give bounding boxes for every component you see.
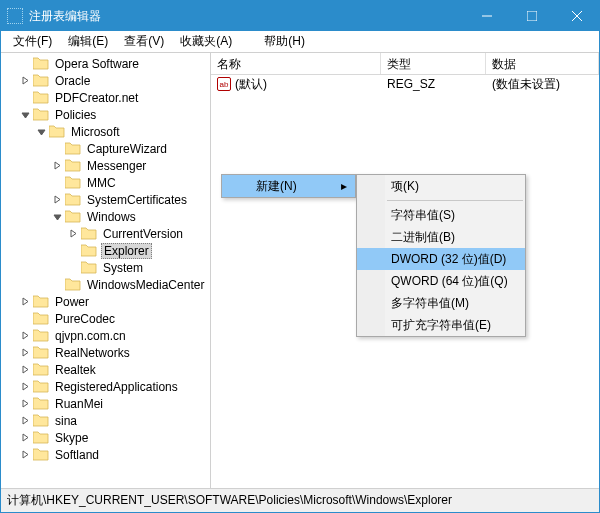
ctx-item[interactable]: 项(K) bbox=[357, 175, 525, 197]
folder-icon bbox=[33, 74, 49, 87]
expand-icon[interactable] bbox=[17, 399, 33, 408]
tree-label: Messenger bbox=[85, 159, 148, 173]
folder-icon bbox=[65, 159, 81, 172]
titlebar[interactable]: 注册表编辑器 bbox=[1, 1, 599, 31]
tree-label: Opera Software bbox=[53, 57, 141, 71]
tree-label: PDFCreator.net bbox=[53, 91, 140, 105]
tree-label: RegisteredApplications bbox=[53, 380, 180, 394]
tree-node[interactable]: Policies bbox=[1, 106, 210, 123]
ctx-item[interactable]: 可扩充字符串值(E) bbox=[357, 314, 525, 336]
tree-label: Policies bbox=[53, 108, 98, 122]
tree-node[interactable]: CaptureWizard bbox=[1, 140, 210, 157]
tree-label: Windows bbox=[85, 210, 138, 224]
tree-node[interactable]: Messenger bbox=[1, 157, 210, 174]
tree-node[interactable]: Softland bbox=[1, 446, 210, 463]
folder-icon bbox=[65, 278, 81, 291]
folder-icon bbox=[65, 176, 81, 189]
folder-icon bbox=[33, 363, 49, 376]
menubar: 文件(F) 编辑(E) 查看(V) 收藏夹(A) 帮助(H) bbox=[1, 31, 599, 53]
tree-node[interactable]: MMC bbox=[1, 174, 210, 191]
close-button[interactable] bbox=[554, 1, 599, 31]
tree-node[interactable]: Opera Software bbox=[1, 55, 210, 72]
tree-node[interactable]: PureCodec bbox=[1, 310, 210, 327]
folder-icon bbox=[33, 380, 49, 393]
ctx-item[interactable]: 字符串值(S) bbox=[357, 204, 525, 226]
folder-icon bbox=[81, 244, 97, 257]
expand-icon[interactable] bbox=[17, 365, 33, 374]
status-path: 计算机\HKEY_CURRENT_USER\SOFTWARE\Policies\… bbox=[7, 492, 452, 509]
tree-node[interactable]: PDFCreator.net bbox=[1, 89, 210, 106]
folder-icon bbox=[65, 210, 81, 223]
ctx-new[interactable]: 新建(N) ▸ bbox=[222, 175, 355, 197]
expand-icon[interactable] bbox=[17, 433, 33, 442]
folder-icon bbox=[33, 108, 49, 121]
expand-icon[interactable] bbox=[17, 76, 33, 85]
expand-icon[interactable] bbox=[17, 348, 33, 357]
expand-icon[interactable] bbox=[17, 331, 33, 340]
column-headers: 名称 类型 数据 bbox=[211, 53, 599, 75]
expand-icon[interactable] bbox=[33, 127, 49, 136]
tree-node[interactable]: Oracle bbox=[1, 72, 210, 89]
menu-file[interactable]: 文件(F) bbox=[5, 31, 60, 52]
expand-icon[interactable] bbox=[17, 297, 33, 306]
folder-icon bbox=[33, 414, 49, 427]
folder-icon bbox=[33, 57, 49, 70]
col-type[interactable]: 类型 bbox=[381, 53, 486, 74]
expand-icon[interactable] bbox=[65, 229, 81, 238]
ctx-item[interactable]: 二进制值(B) bbox=[357, 226, 525, 248]
tree-label: Realtek bbox=[53, 363, 98, 377]
tree-label: Skype bbox=[53, 431, 90, 445]
tree-node[interactable]: System bbox=[1, 259, 210, 276]
tree-node[interactable]: sina bbox=[1, 412, 210, 429]
expand-icon[interactable] bbox=[49, 212, 65, 221]
value-row[interactable]: ab (默认) REG_SZ (数值未设置) bbox=[211, 75, 599, 93]
tree-label: Oracle bbox=[53, 74, 92, 88]
folder-icon bbox=[33, 312, 49, 325]
ctx-item[interactable]: QWORD (64 位)值(Q) bbox=[357, 270, 525, 292]
folder-icon bbox=[33, 329, 49, 342]
tree-node[interactable]: Realtek bbox=[1, 361, 210, 378]
context-menu-primary: 新建(N) ▸ bbox=[221, 174, 356, 198]
menu-favorites[interactable]: 收藏夹(A) bbox=[172, 31, 240, 52]
tree-node[interactable]: Skype bbox=[1, 429, 210, 446]
folder-icon bbox=[33, 431, 49, 444]
app-icon bbox=[7, 8, 23, 24]
tree-node[interactable]: RuanMei bbox=[1, 395, 210, 412]
tree-node[interactable]: Windows bbox=[1, 208, 210, 225]
expand-icon[interactable] bbox=[17, 416, 33, 425]
expand-icon[interactable] bbox=[17, 450, 33, 459]
expand-icon[interactable] bbox=[49, 161, 65, 170]
string-icon: ab bbox=[217, 77, 231, 91]
ctx-item[interactable]: DWORD (32 位)值(D) bbox=[357, 248, 525, 270]
tree-node[interactable]: Power bbox=[1, 293, 210, 310]
menu-view[interactable]: 查看(V) bbox=[116, 31, 172, 52]
tree-node[interactable]: WindowsMediaCenter bbox=[1, 276, 210, 293]
list-panel[interactable]: 名称 类型 数据 ab (默认) REG_SZ (数值未设置) 新建(N) ▸ … bbox=[211, 53, 599, 488]
tree-label: System bbox=[101, 261, 145, 275]
tree-node[interactable]: RegisteredApplications bbox=[1, 378, 210, 395]
ctx-item[interactable]: 多字符串值(M) bbox=[357, 292, 525, 314]
folder-icon bbox=[49, 125, 65, 138]
col-data[interactable]: 数据 bbox=[486, 53, 599, 74]
tree-node[interactable]: qjvpn.com.cn bbox=[1, 327, 210, 344]
tree-label: CaptureWizard bbox=[85, 142, 169, 156]
maximize-button[interactable] bbox=[509, 1, 554, 31]
tree-panel[interactable]: Opera SoftwareOraclePDFCreator.netPolici… bbox=[1, 53, 211, 488]
expand-icon[interactable] bbox=[17, 382, 33, 391]
tree-node[interactable]: SystemCertificates bbox=[1, 191, 210, 208]
expand-icon[interactable] bbox=[17, 110, 33, 119]
value-data: (数值未设置) bbox=[486, 76, 566, 93]
expand-icon[interactable] bbox=[49, 195, 65, 204]
tree-label: Explorer bbox=[101, 243, 152, 259]
folder-icon bbox=[33, 91, 49, 104]
tree-node[interactable]: Explorer bbox=[1, 242, 210, 259]
tree-node[interactable]: RealNetworks bbox=[1, 344, 210, 361]
tree-label: sina bbox=[53, 414, 79, 428]
menu-help[interactable]: 帮助(H) bbox=[256, 31, 313, 52]
tree-node[interactable]: CurrentVersion bbox=[1, 225, 210, 242]
tree-node[interactable]: Microsoft bbox=[1, 123, 210, 140]
col-name[interactable]: 名称 bbox=[211, 53, 381, 74]
menu-edit[interactable]: 编辑(E) bbox=[60, 31, 116, 52]
tree-label: RuanMei bbox=[53, 397, 105, 411]
minimize-button[interactable] bbox=[464, 1, 509, 31]
